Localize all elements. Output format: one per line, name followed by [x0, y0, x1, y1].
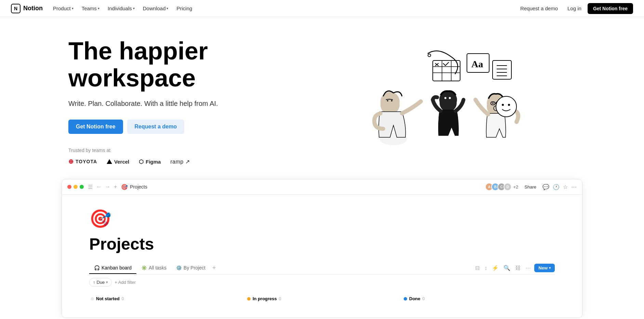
nav-right: Request a demo Log in Get Notion free: [517, 3, 633, 14]
toyota-logo: ⊕ TOYOTA: [68, 158, 97, 165]
back-icon[interactable]: ←: [96, 184, 102, 190]
filter-bar: ↑ Due ▾ + Add filter: [89, 275, 555, 290]
hero-text: The happier workspace Write. Plan. Colla…: [68, 38, 218, 165]
share-button[interactable]: Share: [522, 183, 539, 191]
svg-point-29: [502, 104, 504, 106]
forward-icon[interactable]: →: [105, 184, 110, 190]
hero-svg: Aa: [349, 40, 527, 163]
add-tab-button[interactable]: +: [210, 262, 218, 274]
in-progress-dot: [247, 297, 251, 301]
nav-item-teams[interactable]: Teams ▾: [78, 3, 103, 13]
nav-item-individuals[interactable]: Individuals ▾: [104, 3, 138, 13]
tab-kanban-board[interactable]: 🎧 Kanban board: [89, 262, 136, 274]
database-tabs: 🎧 Kanban board ✳️ All tasks ⚙️ By Projec…: [89, 262, 555, 275]
more-icon[interactable]: ⋯: [571, 184, 577, 190]
app-window: ☰ ← → + 🎯 Projects A B C D +2 Share 💬 🕐 …: [62, 179, 582, 318]
kanban-col-header-not-started: Not started 0: [89, 294, 242, 304]
kanban-col-done: Done 0: [402, 294, 555, 304]
vercel-triangle-icon: [107, 159, 112, 164]
filter-chevron-icon: ▾: [106, 280, 108, 285]
chevron-down-icon: ▾: [98, 6, 99, 10]
avatar-overflow-count: +2: [513, 184, 518, 190]
minimize-button[interactable]: [73, 185, 78, 189]
svg-point-13: [492, 102, 494, 104]
window-controls: [67, 185, 84, 189]
favorite-icon[interactable]: ☆: [563, 184, 568, 190]
more-options-icon[interactable]: ⋯: [524, 263, 532, 273]
database-toolbar: ⊟ ↕ ⚡ 🔍 ⛓ ⋯ New ▾: [474, 263, 555, 273]
done-dot: [404, 297, 407, 301]
kanban-board: Not started 0 In progress 0 Done 0: [89, 290, 555, 304]
figma-logo: ⬡ Figma: [139, 158, 161, 165]
titlebar-nav-icons: ☰ ← → +: [88, 184, 117, 190]
logo-text: Notion: [23, 5, 43, 12]
hero-get-free-button[interactable]: Get Notion free: [68, 120, 123, 134]
page-title: Projects: [89, 235, 555, 253]
kanban-col-header-in-progress: In progress 0: [246, 294, 398, 304]
lightning-icon[interactable]: ⚡: [491, 263, 500, 273]
nav-item-product[interactable]: Product ▾: [50, 3, 77, 13]
svg-point-7: [444, 97, 446, 99]
link-icon[interactable]: ⛓: [514, 264, 522, 273]
svg-point-31: [428, 54, 431, 57]
chevron-down-icon: ▾: [133, 6, 135, 10]
logo[interactable]: N Notion: [11, 4, 43, 13]
all-tasks-icon: ✳️: [141, 265, 147, 271]
kanban-icon: 🎧: [94, 265, 100, 271]
nav-left: N Notion Product ▾ Teams ▾ Individuals ▾…: [11, 3, 196, 13]
svg-rect-23: [493, 60, 511, 79]
history-icon[interactable]: 🕐: [553, 184, 560, 190]
breadcrumb: 🎯 Projects: [121, 184, 147, 190]
svg-point-2: [380, 92, 400, 111]
page-icon-small: 🎯: [121, 184, 128, 190]
app-titlebar: ☰ ← → + 🎯 Projects A B C D +2 Share 💬 🕐 …: [62, 179, 582, 195]
nav-item-pricing[interactable]: Pricing: [173, 3, 196, 13]
add-icon[interactable]: +: [114, 184, 117, 190]
tab-by-project[interactable]: ⚙️ By Project: [171, 262, 210, 274]
tab-all-tasks[interactable]: ✳️ All tasks: [136, 262, 171, 274]
figma-icon: ⬡: [139, 158, 144, 165]
add-filter-button[interactable]: + Add filter: [115, 280, 136, 285]
hero-subtitle: Write. Plan. Collaborate. With a little …: [68, 98, 218, 109]
due-filter-chip[interactable]: ↑ Due ▾: [89, 278, 112, 287]
logo-letter: N: [14, 6, 17, 11]
vercel-logo: Vercel: [107, 159, 129, 165]
hero-buttons: Get Notion free Request a demo: [68, 120, 218, 134]
sort-icon[interactable]: ↕: [483, 264, 488, 273]
due-icon: ↑: [93, 280, 95, 285]
search-icon[interactable]: 🔍: [502, 263, 512, 273]
navbar: N Notion Product ▾ Teams ▾ Individuals ▾…: [0, 0, 644, 17]
new-button[interactable]: New ▾: [534, 264, 555, 272]
filter-icon[interactable]: ⊟: [474, 263, 481, 273]
by-project-icon: ⚙️: [176, 265, 182, 271]
hamburger-icon[interactable]: ☰: [88, 184, 93, 190]
nav-item-download[interactable]: Download ▾: [139, 3, 172, 13]
logo-icon: N: [11, 4, 21, 13]
svg-text:Aa: Aa: [471, 59, 483, 69]
avatar-4: D: [504, 183, 512, 191]
svg-rect-16: [433, 60, 460, 81]
get-notion-free-button[interactable]: Get Notion free: [588, 3, 633, 14]
svg-point-3: [387, 100, 388, 101]
svg-point-4: [391, 100, 392, 101]
new-chevron-icon: ▾: [549, 266, 551, 270]
kanban-col-not-started: Not started 0: [89, 294, 242, 304]
collaborator-avatars: A B C D +2: [485, 183, 518, 191]
chevron-down-icon: ▾: [166, 6, 168, 10]
maximize-button[interactable]: [80, 185, 84, 189]
hero-title: The happier workspace: [68, 38, 218, 92]
toyota-icon: ⊕: [68, 158, 73, 165]
hero-illustration: Aa: [232, 40, 644, 163]
ramp-logo: ramp ↗: [170, 158, 190, 165]
svg-point-8: [449, 97, 451, 99]
trusted-label: Trusted by teams at: [68, 148, 218, 153]
request-demo-link[interactable]: Request a demo: [517, 3, 561, 13]
close-button[interactable]: [67, 185, 71, 189]
trusted-logos: ⊕ TOYOTA Vercel ⬡ Figma ramp ↗: [68, 158, 218, 165]
hero-section: The happier workspace Write. Plan. Colla…: [0, 17, 644, 179]
hero-request-demo-button[interactable]: Request a demo: [127, 120, 185, 134]
comments-icon[interactable]: 💬: [542, 184, 549, 190]
login-link[interactable]: Log in: [564, 3, 585, 13]
svg-point-28: [496, 96, 516, 117]
page-emoji-icon: 🎯: [89, 208, 555, 229]
